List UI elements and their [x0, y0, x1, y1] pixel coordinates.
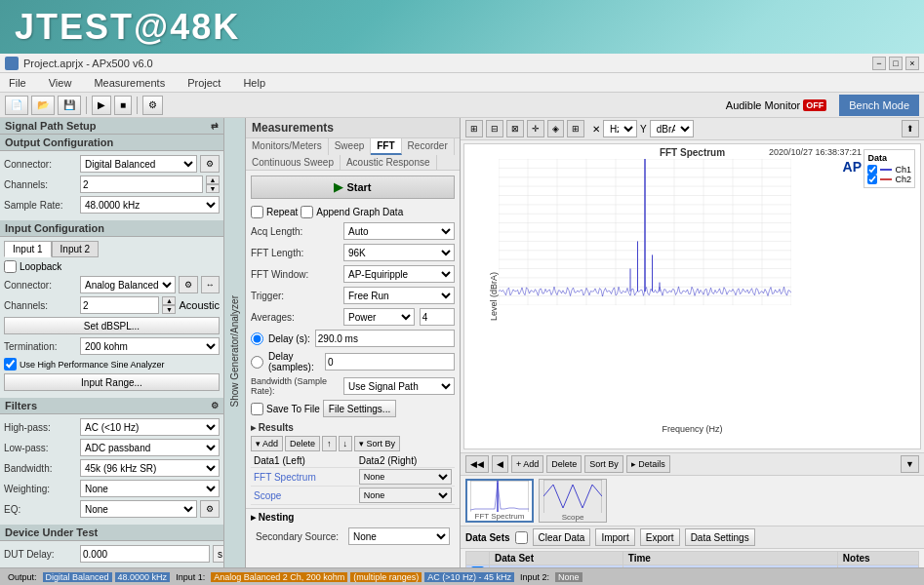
input-range-btn[interactable]: Input Range... [4, 373, 220, 391]
menu-project[interactable]: Project [183, 75, 224, 91]
ch1-checkbox[interactable] [867, 165, 877, 175]
scope-select[interactable]: None [359, 488, 452, 503]
channels2-input[interactable] [80, 296, 159, 314]
tab-monitors-meters[interactable]: Monitors/Meters [246, 138, 329, 155]
channels-input[interactable] [80, 176, 203, 193]
high-perf-checkbox[interactable] [4, 358, 17, 370]
save-btn[interactable]: 💾 [58, 96, 81, 115]
input-tab-2[interactable]: Input 2 [52, 241, 100, 257]
append-checkbox[interactable] [301, 206, 313, 218]
open-btn[interactable]: 📂 [31, 96, 55, 115]
input-tabs[interactable]: Input 1 Input 2 [4, 241, 220, 257]
export-btn[interactable]: Export [640, 528, 680, 546]
show-generator-panel[interactable]: Show Generator/Analyzer [224, 118, 246, 585]
settings-btn[interactable]: ⚙ [142, 96, 163, 115]
delay-samples-radio[interactable] [251, 356, 263, 369]
trigger-select[interactable]: Free Run [343, 287, 455, 304]
eq-settings-btn[interactable]: ⚙ [200, 500, 220, 518]
weighting-select[interactable]: None [80, 480, 220, 497]
bench-mode-button[interactable]: Bench Mode [839, 95, 919, 116]
tab-acoustic-response[interactable]: Acoustic Response [341, 155, 437, 170]
results-sort-btn[interactable]: ▾ Sort By [354, 436, 400, 451]
delay-s-input[interactable] [315, 330, 455, 347]
secondary-source-select[interactable]: None [348, 527, 450, 545]
connector2-config-btn[interactable]: ⚙ [179, 276, 198, 293]
repeat-checkbox[interactable] [251, 206, 263, 218]
window-controls[interactable]: − □ × [872, 57, 919, 70]
bottom-delete-btn[interactable]: Delete [546, 455, 582, 473]
channels2-spinner[interactable]: ▲ ▼ [162, 296, 176, 314]
dut-delay-input[interactable] [80, 545, 210, 563]
menu-measurements[interactable]: Measurements [90, 75, 169, 91]
bottom-add-btn[interactable]: + Add [511, 455, 543, 473]
menu-view[interactable]: View [45, 75, 76, 91]
data-sets-checkbox[interactable] [515, 531, 528, 544]
termination-select[interactable]: 200 kohm [80, 337, 220, 355]
channels-up[interactable]: ▲ [206, 176, 220, 184]
delay-s-radio[interactable] [251, 332, 263, 345]
highpass-select[interactable]: AC (<10 Hz) [80, 418, 220, 436]
connector2-extra-btn[interactable]: ↔ [201, 276, 221, 293]
dut-header[interactable]: Device Under Test [0, 525, 223, 541]
fft-spectrum-select[interactable]: None [359, 469, 452, 485]
import-btn[interactable]: Import [595, 528, 634, 546]
fft-spectrum-data1[interactable]: FFT Spectrum [251, 468, 356, 487]
channels2-down[interactable]: ▼ [162, 305, 176, 314]
save-to-file-checkbox[interactable] [251, 403, 263, 415]
filters-arrow[interactable]: ⚙ [211, 401, 219, 410]
fft-length-select[interactable]: 96K [343, 244, 455, 261]
fft-cursor-btn[interactable]: ✛ [527, 120, 544, 137]
fft-view-btn[interactable]: ⊟ [486, 120, 503, 137]
filters-header[interactable]: Filters ⚙ [0, 398, 223, 414]
eq-select[interactable]: None [80, 500, 197, 518]
tab-recorder[interactable]: Recorder [402, 138, 455, 155]
y-axis-select[interactable]: dBrA [650, 120, 694, 137]
close-btn[interactable]: × [905, 57, 919, 70]
run-btn[interactable]: ▶ [92, 96, 111, 115]
bandwidth-sr-select[interactable]: Use Signal Path [343, 377, 455, 395]
fft-pan-btn[interactable]: ⊠ [506, 120, 524, 137]
bottom-collapse-btn[interactable]: ▼ [901, 455, 919, 473]
tab-fft[interactable]: FFT [371, 138, 401, 155]
measurements-tabs[interactable]: Monitors/Meters Sweep FFT Recorder Conti… [246, 138, 460, 171]
fft-grid-btn[interactable]: ⊞ [567, 120, 584, 137]
fft-spectrum-row[interactable]: FFT Spectrum None [251, 468, 455, 487]
input-tab-1[interactable]: Input 1 [4, 241, 52, 257]
results-down-btn[interactable]: ↓ [339, 436, 353, 451]
connector-select[interactable]: Digital Balanced [80, 155, 197, 173]
thumbnail-scope[interactable]: Scope [539, 479, 607, 523]
clear-data-btn[interactable]: Clear Data [533, 528, 591, 546]
maximize-btn[interactable]: □ [889, 57, 903, 70]
loopback-checkbox[interactable] [4, 260, 17, 273]
minimize-btn[interactable]: − [872, 57, 886, 70]
bandwidth-select[interactable]: 45k (96 kHz SR) [80, 459, 220, 477]
scope-data1[interactable]: Scope [251, 487, 356, 505]
tab-continuous-sweep[interactable]: Continuous Sweep [246, 155, 341, 170]
averages-value-input[interactable] [420, 308, 455, 326]
connector2-select[interactable]: Analog Balanced [80, 276, 176, 293]
delay-samples-input[interactable] [325, 353, 455, 370]
input-config-header[interactable]: Input Configuration [0, 220, 223, 237]
menu-help[interactable]: Help [239, 75, 269, 91]
results-up-btn[interactable]: ↑ [322, 436, 337, 451]
averages-type-select[interactable]: Power [343, 308, 415, 326]
bottom-nav-1[interactable]: ◀◀ [465, 455, 489, 473]
results-add-btn[interactable]: ▾ Add [251, 436, 283, 451]
bottom-sort-btn[interactable]: Sort By [584, 455, 623, 473]
set-dbspl-btn[interactable]: Set dBSPL... [4, 317, 220, 334]
acq-length-select[interactable]: Auto [343, 222, 455, 240]
tab-sweep[interactable]: Sweep [329, 138, 372, 155]
output-config-header[interactable]: Output Configuration [0, 135, 223, 151]
channels-down[interactable]: ▼ [206, 184, 220, 193]
lowpass-select[interactable]: ADC passband [80, 439, 220, 456]
fft-zoom-btn[interactable]: ⊞ [465, 120, 483, 137]
connector-config-btn[interactable]: ⚙ [200, 155, 220, 173]
stop-btn[interactable]: ■ [114, 96, 132, 115]
x-axis-select[interactable]: Hz [603, 120, 637, 137]
fft-window-select[interactable]: AP-Equiripple [343, 265, 455, 283]
bottom-details-btn[interactable]: ▸ Details [626, 455, 670, 473]
dut-delay-unit[interactable]: s [213, 545, 224, 563]
signal-path-arrow[interactable]: ⇄ [211, 121, 219, 131]
start-button[interactable]: ▶ Start [251, 176, 455, 199]
menu-file[interactable]: File [5, 75, 30, 91]
